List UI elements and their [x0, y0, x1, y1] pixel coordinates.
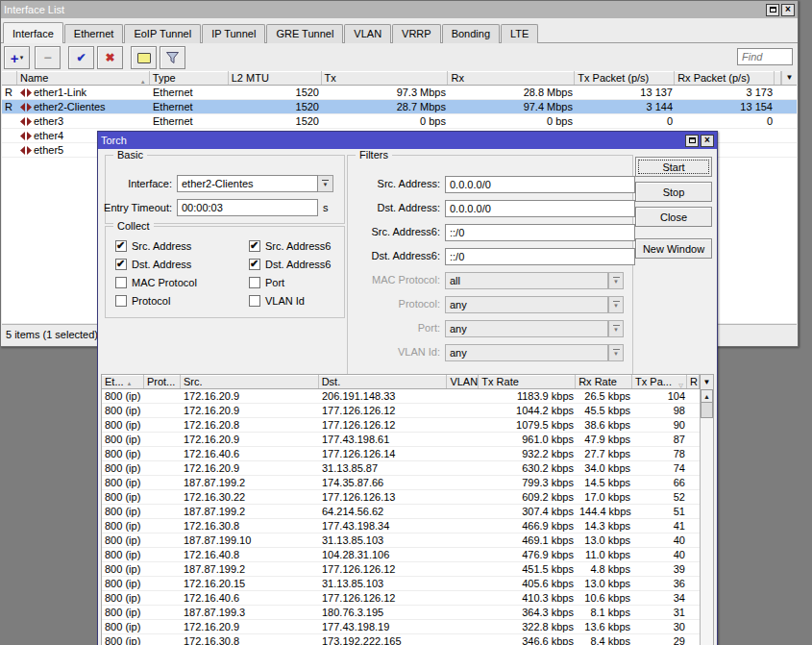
filter-field-input[interactable] — [445, 344, 608, 361]
interface-row[interactable]: ether3 Ethernet 1520 0 bps 0 bps 0 0 — [2, 114, 797, 129]
combo-dropdown-icon[interactable]: ▼ — [608, 344, 624, 361]
checkbox[interactable] — [249, 277, 260, 288]
checkbox[interactable] — [115, 277, 127, 288]
filter-button[interactable] — [160, 46, 185, 69]
rx-rate-column-header[interactable]: Rx Rate — [576, 375, 632, 388]
tab[interactable]: Bonding — [442, 24, 500, 43]
tab[interactable]: Ethernet — [64, 24, 124, 43]
src-column-header[interactable]: Src. — [181, 375, 319, 388]
torch-title: Torch — [101, 135, 683, 146]
dialog-button[interactable]: Close — [635, 207, 712, 227]
checkbox[interactable] — [249, 240, 260, 252]
filter-field-input[interactable] — [445, 200, 635, 217]
torch-row[interactable]: 800 (ip) 187.87.199.2 177.126.126.12 451… — [102, 562, 700, 577]
filter-field-input[interactable] — [445, 272, 608, 289]
tab[interactable]: EoIP Tunnel — [124, 24, 201, 43]
remove-button[interactable]: − — [35, 46, 61, 69]
torch-row[interactable]: 800 (ip) 172.16.30.22 177.126.126.13 609… — [102, 490, 700, 505]
torch-row[interactable]: 800 (ip) 172.16.20.9 31.13.85.87 630.2 k… — [102, 461, 700, 476]
checkbox[interactable] — [115, 240, 127, 252]
rx-column-header[interactable]: Rx — [448, 71, 575, 85]
dialog-button[interactable]: Stop — [635, 182, 712, 202]
close-icon[interactable]: × — [701, 135, 714, 147]
filter-field-input[interactable] — [445, 296, 608, 313]
torch-rx-rate: 38.6 kbps — [577, 418, 633, 432]
filter-field-input[interactable] — [445, 224, 635, 241]
tx-packet-rate-column-header[interactable]: Tx Pa...▽ — [632, 375, 687, 388]
torch-row[interactable]: 800 (ip) 172.16.20.9 177.43.198.19 322.8… — [102, 620, 700, 634]
torch-interface-input[interactable] — [177, 175, 318, 192]
checkbox[interactable] — [115, 295, 127, 307]
close-icon[interactable]: × — [781, 4, 795, 16]
column-select-dropdown-icon[interactable]: ▼ — [700, 375, 713, 389]
tx-rate-column-header[interactable]: Tx Rate — [479, 375, 576, 388]
filter-field-input[interactable] — [445, 248, 635, 265]
torch-row[interactable]: 800 (ip) 187.87.199.2 64.214.56.62 307.4… — [102, 505, 700, 519]
caret-down-icon: ▾ — [20, 54, 24, 62]
l2mtu-column-header[interactable]: L2 MTU — [229, 71, 322, 85]
dialog-button[interactable]: Start — [635, 157, 712, 177]
combo-dropdown-icon[interactable]: ▼ — [608, 320, 624, 337]
torch-titlebar[interactable]: Torch × — [98, 132, 717, 149]
combo-dropdown-icon[interactable]: ▼ — [608, 272, 624, 289]
torch-row[interactable]: 800 (ip) 187.87.199.2 174.35.87.66 799.3… — [102, 476, 700, 490]
scroll-up-icon[interactable]: ▲ — [701, 389, 713, 403]
protocol-column-header[interactable]: Prot... — [144, 375, 181, 388]
torch-row[interactable]: 800 (ip) 172.16.20.8 177.126.126.12 1079… — [102, 418, 700, 433]
dst-column-header[interactable]: Dst. — [319, 375, 448, 388]
window-title: Interface List — [4, 4, 764, 15]
filter-field-input[interactable] — [445, 320, 608, 337]
scrollbar-thumb[interactable] — [701, 403, 713, 418]
checkbox[interactable] — [249, 259, 260, 270]
name-column-header[interactable]: Name▲ — [17, 71, 150, 85]
vertical-scrollbar[interactable]: ▲ — [700, 389, 713, 645]
tab[interactable]: GRE Tunnel — [266, 24, 343, 43]
interface-dropdown-icon[interactable]: ▼ — [318, 175, 333, 192]
rx-packet-rate-column-header[interactable]: R — [687, 375, 700, 388]
torch-row[interactable]: 800 (ip) 187.87.199.3 180.76.3.195 364.3… — [102, 606, 700, 620]
find-input[interactable] — [737, 48, 793, 65]
torch-row[interactable]: 800 (ip) 172.16.40.6 177.126.126.12 410.… — [102, 591, 700, 606]
interface-row[interactable]: R ether2-Clientes Ethernet 1520 28.7 Mbp… — [2, 100, 797, 114]
tab[interactable]: LTE — [501, 24, 538, 43]
interface-row[interactable]: R ether1-Link Ethernet 1520 97.3 Mbps 28… — [2, 86, 797, 100]
torch-row[interactable]: 800 (ip) 172.16.20.9 206.191.148.33 1183… — [102, 389, 700, 404]
state-column-header[interactable] — [2, 71, 17, 85]
checkbox[interactable] — [249, 295, 260, 307]
torch-row[interactable]: 800 (ip) 172.16.20.9 177.43.198.61 961.0… — [102, 433, 700, 447]
checkbox[interactable] — [115, 259, 127, 270]
filter-field-input[interactable] — [445, 176, 635, 193]
torch-row[interactable]: 800 (ip) 172.16.30.8 177.43.198.34 466.9… — [102, 519, 700, 533]
tab[interactable]: VRRP — [392, 24, 441, 43]
torch-row[interactable]: 800 (ip) 187.87.199.10 31.13.85.103 469.… — [102, 533, 700, 548]
tab[interactable]: Interface — [3, 22, 63, 43]
dialog-button[interactable]: New Window — [635, 238, 712, 259]
torch-row[interactable]: 800 (ip) 172.16.40.6 177.126.126.14 932.… — [102, 447, 700, 461]
tx-column-header[interactable]: Tx — [322, 71, 449, 85]
maximize-icon[interactable] — [766, 4, 779, 16]
tx-packet-column-header[interactable]: Tx Packet (p/s) — [575, 71, 675, 85]
combo-dropdown-icon[interactable]: ▼ — [608, 296, 624, 313]
eth-protocol-column-header[interactable]: Et...▲ — [102, 375, 144, 388]
torch-row[interactable]: 800 (ip) 172.16.20.15 31.13.85.103 405.6… — [102, 577, 700, 591]
add-button[interactable]: + ▾ — [4, 46, 30, 69]
torch-eth-protocol: 800 (ip) — [102, 433, 144, 446]
enable-button[interactable]: ✔ — [68, 46, 94, 69]
maximize-icon[interactable] — [685, 135, 699, 147]
toolbar: + ▾ − ✔ ✖ — [1, 43, 798, 71]
disable-button[interactable]: ✖ — [97, 46, 123, 69]
vlan-column-header[interactable]: VLAN Id — [447, 375, 479, 388]
comment-button[interactable] — [131, 46, 157, 69]
entry-timeout-input[interactable] — [177, 199, 318, 216]
torch-row[interactable]: 800 (ip) 172.16.30.8 173.192.222.165 346… — [102, 634, 700, 645]
tab[interactable]: IP Tunnel — [202, 24, 265, 43]
type-column-header[interactable]: Type — [150, 71, 229, 85]
torch-row[interactable]: 800 (ip) 172.16.20.9 177.126.126.12 1044… — [102, 404, 700, 418]
interface-list-titlebar[interactable]: Interface List × — [1, 1, 798, 18]
torch-src: 172.16.20.9 — [181, 433, 319, 446]
torch-row[interactable]: 800 (ip) 172.16.40.8 104.28.31.106 476.9… — [102, 548, 700, 562]
column-select-dropdown-icon[interactable]: ▼ — [781, 71, 797, 85]
rx-packet-column-header[interactable]: Rx Packet (p/s) — [675, 71, 775, 85]
tab[interactable]: VLAN — [344, 24, 391, 43]
checkbox-label: Src. Address — [132, 240, 191, 252]
